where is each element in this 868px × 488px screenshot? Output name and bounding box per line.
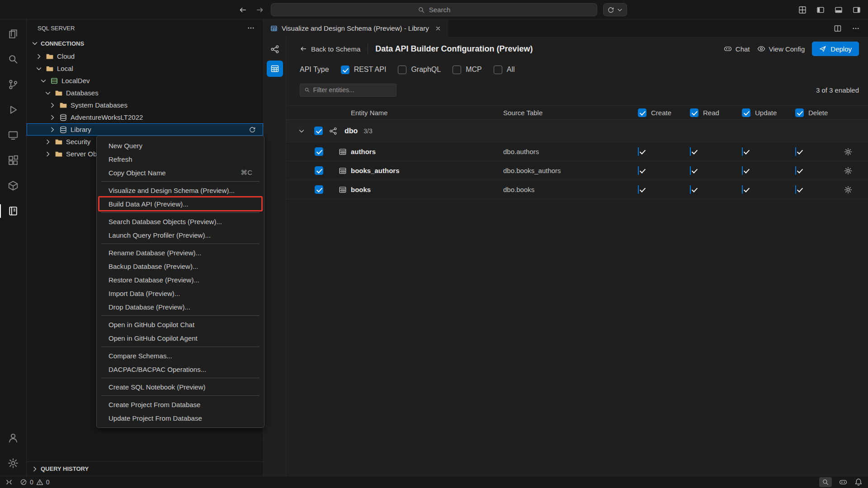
menu-item-new-query[interactable]: New Query: [97, 139, 264, 152]
read-checkbox[interactable]: [690, 166, 691, 175]
back-to-schema-link[interactable]: Back to Schema: [300, 45, 360, 53]
menu-item-launch-query-profiler[interactable]: Launch Query Profiler (Preview)...: [97, 228, 264, 242]
toggle-secondary-sidebar-icon[interactable]: [853, 6, 861, 14]
create-checkbox[interactable]: [638, 185, 639, 194]
tree-item-local[interactable]: Local: [27, 62, 263, 75]
create-checkbox[interactable]: [638, 147, 639, 156]
delete-checkbox[interactable]: [795, 147, 796, 156]
menu-item-create-project-from-database[interactable]: Create Project From Database: [97, 398, 264, 411]
activitybar-settings[interactable]: [0, 450, 27, 476]
delete-checkbox[interactable]: [795, 185, 796, 194]
activitybar-database-projects[interactable]: [0, 173, 27, 198]
menu-item-visualize-design-schema[interactable]: Visualize and Design Schema (Preview)...: [97, 183, 264, 197]
checkbox[interactable]: [314, 127, 323, 135]
connections-section-header[interactable]: CONNECTIONS: [27, 37, 263, 50]
activitybar-search[interactable]: [0, 47, 27, 72]
checkbox[interactable]: [315, 185, 323, 194]
customize-layout-icon[interactable]: [798, 6, 807, 14]
chevron-right-icon[interactable]: [44, 138, 52, 145]
split-editor-icon[interactable]: [834, 24, 842, 33]
chevron-down-icon[interactable]: [298, 127, 305, 135]
menu-item-search-database-objects[interactable]: Search Database Objects (Preview)...: [97, 215, 264, 228]
menu-item-backup-database[interactable]: Backup Database (Preview)...: [97, 259, 264, 273]
checkbox[interactable]: [742, 108, 750, 117]
menu-item-compare-schemas[interactable]: Compare Schemas...: [97, 349, 264, 362]
checkbox[interactable]: [398, 66, 406, 74]
tree-item-databases[interactable]: Databases: [27, 87, 263, 99]
toggle-panel-icon[interactable]: [835, 6, 843, 14]
remote-indicator[interactable]: [5, 479, 13, 486]
tab-visualize-design-schema[interactable]: Visualize and Design Schema (Preview) - …: [264, 19, 448, 37]
schema-group-row-dbo[interactable]: dbo 3/3: [286, 120, 868, 142]
activitybar-extensions[interactable]: [0, 148, 27, 173]
table-row-authors[interactable]: authors dbo.authors: [286, 142, 868, 161]
update-checkbox[interactable]: [742, 147, 743, 156]
query-history-section-header[interactable]: QUERY HISTORY: [27, 461, 263, 476]
problems-indicator[interactable]: 0 0: [20, 479, 50, 486]
table-row-books[interactable]: books dbo.books: [286, 180, 868, 199]
deploy-button[interactable]: Deploy: [812, 42, 859, 56]
tree-item-localdev[interactable]: LocalDev: [27, 75, 263, 87]
checkbox[interactable]: [315, 147, 323, 156]
menu-item-create-sql-notebook[interactable]: Create SQL Notebook (Preview): [97, 380, 264, 394]
checkbox[interactable]: [453, 66, 461, 74]
read-checkbox[interactable]: [690, 185, 691, 194]
tree-item-cloud[interactable]: Cloud: [27, 50, 263, 62]
copilot-menu-button[interactable]: [603, 3, 627, 16]
tree-item-system-databases[interactable]: System Databases: [27, 99, 263, 111]
nav-back-icon[interactable]: [239, 6, 247, 14]
schema-diagram-button[interactable]: [267, 41, 283, 57]
more-actions-icon[interactable]: [247, 24, 255, 32]
api-option-mcp[interactable]: MCP: [453, 66, 482, 74]
checkbox[interactable]: [341, 66, 349, 74]
chevron-right-icon[interactable]: [44, 150, 52, 158]
menu-item-refresh[interactable]: Refresh: [97, 152, 264, 166]
update-checkbox[interactable]: [742, 166, 743, 175]
menu-item-dacpac-bacpac[interactable]: DACPAC/BACPAC Operations...: [97, 362, 264, 376]
checkbox[interactable]: [795, 108, 804, 117]
chevron-right-icon[interactable]: [49, 114, 56, 121]
create-checkbox[interactable]: [638, 166, 639, 175]
menu-item-rename-database[interactable]: Rename Database (Preview)...: [97, 246, 264, 259]
zoom-indicator[interactable]: [819, 477, 832, 487]
activitybar-remote-explorer[interactable]: [0, 122, 27, 148]
chevron-down-icon[interactable]: [40, 77, 47, 84]
more-actions-icon[interactable]: [852, 24, 860, 33]
row-settings-gear-icon[interactable]: [842, 167, 852, 175]
view-config-button[interactable]: View Config: [757, 45, 805, 53]
refresh-icon[interactable]: [249, 126, 256, 133]
checkbox[interactable]: [638, 108, 646, 117]
menu-item-build-data-api[interactable]: Build Data API (Preview)...: [97, 197, 264, 211]
notifications-bell[interactable]: [854, 478, 863, 486]
data-api-builder-button[interactable]: [267, 61, 283, 77]
chevron-right-icon[interactable]: [49, 102, 56, 109]
menu-item-copy-object-name[interactable]: Copy Object Name ⌘C: [97, 166, 264, 179]
delete-checkbox[interactable]: [795, 166, 796, 175]
update-checkbox[interactable]: [742, 185, 743, 194]
nav-forward-icon[interactable]: [256, 6, 264, 14]
toggle-primary-sidebar-icon[interactable]: [816, 6, 825, 14]
row-settings-gear-icon[interactable]: [842, 148, 852, 156]
tree-item-library[interactable]: Library: [27, 123, 263, 136]
chevron-down-icon[interactable]: [44, 89, 52, 97]
close-icon[interactable]: [435, 25, 441, 32]
api-option-rest[interactable]: REST API: [341, 66, 387, 74]
activitybar-explorer[interactable]: [0, 21, 27, 47]
checkbox[interactable]: [690, 108, 698, 117]
tree-item-adventureworkslt2022[interactable]: AdventureWorksLT2022: [27, 111, 263, 123]
checkbox[interactable]: [494, 66, 502, 74]
read-checkbox[interactable]: [690, 147, 691, 156]
menu-item-open-copilot-chat[interactable]: Open in GitHub Copilot Chat: [97, 318, 264, 331]
filter-entities-input[interactable]: [313, 86, 392, 94]
activitybar-accounts[interactable]: [0, 425, 27, 450]
activitybar-source-control[interactable]: [0, 72, 27, 97]
activitybar-run-debug[interactable]: [0, 97, 27, 122]
chat-button[interactable]: Chat: [724, 45, 750, 53]
menu-item-open-copilot-agent[interactable]: Open in GitHub Copilot Agent: [97, 331, 264, 345]
filter-entities-input-wrap[interactable]: [300, 84, 396, 97]
table-row-books-authors[interactable]: books_authors dbo.books_authors: [286, 161, 868, 180]
menu-item-import-data[interactable]: Import Data (Preview)...: [97, 286, 264, 300]
checkbox[interactable]: [315, 166, 323, 175]
chevron-down-icon[interactable]: [35, 65, 42, 72]
chevron-right-icon[interactable]: [35, 53, 42, 60]
